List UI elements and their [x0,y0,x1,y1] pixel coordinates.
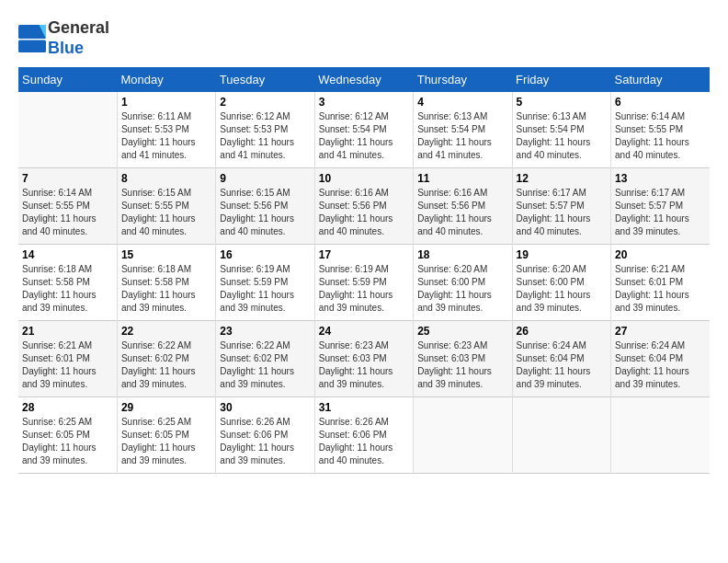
calendar-cell: 13Sunrise: 6:17 AMSunset: 5:57 PMDayligh… [611,168,710,245]
day-number: 8 [121,172,211,185]
calendar-cell: 12Sunrise: 6:17 AMSunset: 5:57 PMDayligh… [512,168,610,245]
day-number: 3 [319,96,409,109]
day-number: 30 [220,401,310,414]
logo-icon [18,25,46,52]
logo-blue: Blue [48,39,84,57]
calendar-cell: 1Sunrise: 6:11 AMSunset: 5:53 PMDaylight… [117,92,215,168]
day-info: Sunrise: 6:11 AMSunset: 5:53 PMDaylight:… [121,110,211,162]
weekday-header-sunday: Sunday [18,67,117,92]
day-info: Sunrise: 6:18 AMSunset: 5:58 PMDaylight:… [121,263,211,315]
day-number: 22 [121,325,211,338]
day-number: 5 [517,96,607,109]
day-info: Sunrise: 6:24 AMSunset: 6:04 PMDaylight:… [615,339,706,391]
day-info: Sunrise: 6:14 AMSunset: 5:55 PMDaylight:… [22,187,113,238]
day-number: 24 [319,325,409,338]
logo-general: General [48,18,109,37]
calendar-cell: 4Sunrise: 6:13 AMSunset: 5:54 PMDaylight… [414,92,512,168]
calendar-cell: 25Sunrise: 6:23 AMSunset: 6:03 PMDayligh… [414,321,512,397]
day-info: Sunrise: 6:20 AMSunset: 6:00 PMDaylight:… [517,263,607,315]
calendar-week-row: 14Sunrise: 6:18 AMSunset: 5:58 PMDayligh… [18,245,710,321]
calendar-cell: 20Sunrise: 6:21 AMSunset: 6:01 PMDayligh… [611,245,710,321]
calendar-cell: 10Sunrise: 6:16 AMSunset: 5:56 PMDayligh… [314,168,413,245]
day-info: Sunrise: 6:21 AMSunset: 6:01 PMDaylight:… [22,339,113,391]
calendar-week-row: 7Sunrise: 6:14 AMSunset: 5:55 PMDaylight… [18,168,710,245]
calendar-cell: 26Sunrise: 6:24 AMSunset: 6:04 PMDayligh… [512,321,610,397]
day-number: 10 [319,172,409,185]
day-info: Sunrise: 6:13 AMSunset: 5:54 PMDaylight:… [417,110,507,162]
day-info: Sunrise: 6:23 AMSunset: 6:03 PMDaylight:… [417,339,507,391]
day-info: Sunrise: 6:20 AMSunset: 6:00 PMDaylight:… [417,263,507,315]
day-number: 31 [319,401,409,414]
day-number: 13 [615,172,706,185]
weekday-header-wednesday: Wednesday [314,67,413,92]
calendar-cell: 14Sunrise: 6:18 AMSunset: 5:58 PMDayligh… [18,245,117,321]
day-info: Sunrise: 6:25 AMSunset: 6:05 PMDaylight:… [121,416,211,467]
calendar-cell: 8Sunrise: 6:15 AMSunset: 5:55 PMDaylight… [117,168,215,245]
day-info: Sunrise: 6:17 AMSunset: 5:57 PMDaylight:… [615,187,706,238]
day-number: 23 [220,325,310,338]
day-info: Sunrise: 6:12 AMSunset: 5:54 PMDaylight:… [319,110,409,162]
page-header: General Blue [18,18,710,58]
svg-rect-1 [18,40,46,52]
calendar-cell: 2Sunrise: 6:12 AMSunset: 5:53 PMDaylight… [216,92,314,168]
day-number: 7 [22,172,113,185]
calendar-cell: 11Sunrise: 6:16 AMSunset: 5:56 PMDayligh… [414,168,512,245]
day-number: 26 [517,325,607,338]
day-info: Sunrise: 6:21 AMSunset: 6:01 PMDaylight:… [615,263,706,315]
day-number: 25 [417,325,507,338]
day-info: Sunrise: 6:15 AMSunset: 5:55 PMDaylight:… [121,187,211,238]
calendar-cell: 24Sunrise: 6:23 AMSunset: 6:03 PMDayligh… [314,321,413,397]
calendar-cell: 19Sunrise: 6:20 AMSunset: 6:00 PMDayligh… [512,245,610,321]
day-number: 15 [121,248,211,261]
day-info: Sunrise: 6:12 AMSunset: 5:53 PMDaylight:… [220,110,310,162]
day-info: Sunrise: 6:14 AMSunset: 5:55 PMDaylight:… [615,110,706,162]
day-number: 19 [517,248,607,261]
calendar-cell: 31Sunrise: 6:26 AMSunset: 6:06 PMDayligh… [314,397,413,474]
day-info: Sunrise: 6:23 AMSunset: 6:03 PMDaylight:… [319,339,409,391]
day-info: Sunrise: 6:17 AMSunset: 5:57 PMDaylight:… [517,187,607,238]
day-info: Sunrise: 6:19 AMSunset: 5:59 PMDaylight:… [319,263,409,315]
calendar-cell: 27Sunrise: 6:24 AMSunset: 6:04 PMDayligh… [611,321,710,397]
calendar-cell: 5Sunrise: 6:13 AMSunset: 5:54 PMDaylight… [512,92,610,168]
day-number: 2 [220,96,310,109]
day-number: 12 [517,172,607,185]
day-number: 20 [615,248,706,261]
calendar-cell: 3Sunrise: 6:12 AMSunset: 5:54 PMDaylight… [314,92,413,168]
day-info: Sunrise: 6:24 AMSunset: 6:04 PMDaylight:… [517,339,607,391]
day-number: 29 [121,401,211,414]
calendar-table: SundayMondayTuesdayWednesdayThursdayFrid… [18,67,710,474]
day-info: Sunrise: 6:26 AMSunset: 6:06 PMDaylight:… [319,416,409,467]
weekday-header-row: SundayMondayTuesdayWednesdayThursdayFrid… [18,67,710,92]
weekday-header-thursday: Thursday [414,67,512,92]
weekday-header-monday: Monday [117,67,215,92]
day-number: 14 [22,248,113,261]
day-info: Sunrise: 6:25 AMSunset: 6:05 PMDaylight:… [22,416,113,467]
weekday-header-tuesday: Tuesday [216,67,314,92]
calendar-cell: 9Sunrise: 6:15 AMSunset: 5:56 PMDaylight… [216,168,314,245]
day-info: Sunrise: 6:16 AMSunset: 5:56 PMDaylight:… [417,187,507,238]
calendar-cell: 15Sunrise: 6:18 AMSunset: 5:58 PMDayligh… [117,245,215,321]
calendar-week-row: 21Sunrise: 6:21 AMSunset: 6:01 PMDayligh… [18,321,710,397]
day-number: 18 [417,248,507,261]
calendar-cell [611,397,710,474]
day-info: Sunrise: 6:19 AMSunset: 5:59 PMDaylight:… [220,263,310,315]
day-number: 4 [417,96,507,109]
calendar-cell: 21Sunrise: 6:21 AMSunset: 6:01 PMDayligh… [18,321,117,397]
day-number: 6 [615,96,706,109]
logo: General Blue [18,18,109,58]
day-number: 21 [22,325,113,338]
calendar-week-row: 1Sunrise: 6:11 AMSunset: 5:53 PMDaylight… [18,92,710,168]
calendar-cell: 22Sunrise: 6:22 AMSunset: 6:02 PMDayligh… [117,321,215,397]
day-number: 1 [121,96,211,109]
day-info: Sunrise: 6:26 AMSunset: 6:06 PMDaylight:… [220,416,310,467]
calendar-cell: 28Sunrise: 6:25 AMSunset: 6:05 PMDayligh… [18,397,117,474]
day-number: 28 [22,401,113,414]
calendar-cell: 6Sunrise: 6:14 AMSunset: 5:55 PMDaylight… [611,92,710,168]
calendar-cell [414,397,512,474]
day-info: Sunrise: 6:22 AMSunset: 6:02 PMDaylight:… [121,339,211,391]
day-number: 11 [417,172,507,185]
calendar-cell: 17Sunrise: 6:19 AMSunset: 5:59 PMDayligh… [314,245,413,321]
weekday-header-friday: Friday [512,67,610,92]
day-number: 27 [615,325,706,338]
day-info: Sunrise: 6:13 AMSunset: 5:54 PMDaylight:… [517,110,607,162]
